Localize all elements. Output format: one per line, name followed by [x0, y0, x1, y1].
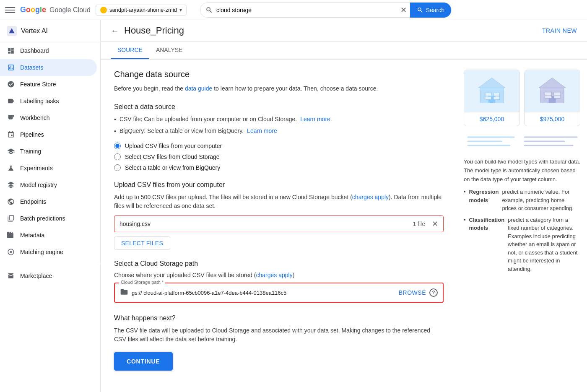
house-price-2: $975,000: [525, 112, 580, 126]
sidebar-item-label: Model registry: [20, 182, 57, 188]
svg-marker-0: [9, 28, 14, 33]
project-selector[interactable]: sandpit-aryaan-shome-zmid ▾: [96, 5, 187, 16]
search-btn-icon: [417, 7, 423, 13]
sidebar-item-datasets[interactable]: Datasets: [0, 59, 97, 76]
svg-rect-18: [545, 96, 551, 98]
sidebar-item-endpoints[interactable]: Endpoints: [0, 193, 97, 210]
house-svg-1: [475, 75, 509, 107]
svg-point-1: [10, 251, 12, 253]
sidebar-item-model-registry[interactable]: Model registry: [0, 177, 97, 193]
menu-icon[interactable]: [5, 5, 15, 15]
radio-select-bigquery[interactable]: Select a table or view from BigQuery: [114, 164, 444, 171]
sidebar-item-pipelines[interactable]: Pipelines: [0, 126, 97, 143]
content-area: Change data source Before you begin, rea…: [101, 60, 587, 392]
data-lines-decoration: [464, 133, 580, 151]
page-title: House_Pricing: [124, 25, 537, 36]
sidebar-item-label: Workbench: [20, 114, 50, 121]
sidebar-item-labelling-tasks[interactable]: Labelling tasks: [0, 93, 97, 109]
data-lines-svg: [464, 133, 581, 150]
svg-rect-10: [493, 93, 499, 96]
sidebar-item-label: Batch predictions: [20, 215, 65, 222]
sidebar-item-label: Matching engine: [20, 249, 63, 255]
svg-marker-2: [478, 78, 505, 88]
house-card-1: $625,000: [464, 70, 520, 126]
subsection-title-cloud-path: Select a Cloud Storage path: [114, 260, 444, 267]
charges-apply-link-upload[interactable]: charges apply: [352, 194, 389, 200]
help-icon[interactable]: ?: [429, 288, 438, 297]
house-illustration-2: [525, 70, 580, 112]
feature-store-icon: [7, 80, 15, 88]
sidebar-item-metadata[interactable]: Metadata: [0, 227, 97, 244]
what-next-desc: The CSV file data will be uploaded to Cl…: [114, 326, 444, 344]
search-button[interactable]: Search: [410, 3, 451, 18]
house-cards: $625,000: [464, 70, 580, 126]
project-name: sandpit-aryaan-shome-zmid: [109, 7, 177, 13]
sidebar-title: Vertex AI: [21, 27, 48, 35]
sidebar: Vertex AI Dashboard Datasets Feature Sto…: [0, 20, 101, 392]
info-bullet-classification: Classification models predict a category…: [464, 216, 580, 273]
labelling-tasks-icon: [7, 97, 15, 105]
bullet-csv: CSV file: Can be uploaded from your comp…: [114, 115, 444, 124]
sidebar-item-marketplace[interactable]: Marketplace: [0, 267, 97, 284]
browse-button[interactable]: BROWSE: [399, 289, 426, 296]
house-illustration-1: [464, 70, 519, 112]
radio-bigquery-label: Select a table or view from BigQuery: [125, 164, 220, 171]
metadata-icon: [7, 231, 15, 239]
svg-rect-11: [493, 96, 499, 99]
search-input[interactable]: [216, 7, 397, 13]
tab-source[interactable]: SOURCE: [111, 42, 149, 59]
radio-select-cloud-storage[interactable]: Select CSV files from Cloud Storage: [114, 153, 444, 160]
file-name: housing.csv: [119, 221, 409, 227]
section-title-change-source: Change data source: [114, 70, 444, 79]
back-button[interactable]: ←: [111, 26, 119, 36]
data-guide-link[interactable]: data guide: [185, 85, 212, 92]
radio-cloud-storage-input[interactable]: [114, 153, 121, 160]
info-bullet-regression: Regression models predict a numeric valu…: [464, 188, 580, 213]
sidebar-item-batch-predictions[interactable]: Batch predictions: [0, 210, 97, 227]
content-right: $625,000: [457, 60, 587, 392]
section-desc-change-source: Before you begin, read the data guide to…: [114, 84, 444, 93]
info-text: You can build two model types with tabul…: [464, 158, 580, 184]
house-card-2: $975,000: [524, 70, 580, 126]
continue-button[interactable]: CONTINUE: [114, 352, 173, 371]
cloud-storage-section: Select a Cloud Storage path Choose where…: [114, 260, 444, 303]
sidebar-item-training[interactable]: Training: [0, 143, 97, 160]
bigquery-learn-more-link[interactable]: Learn more: [247, 127, 277, 135]
project-chevron-icon: ▾: [179, 7, 182, 13]
svg-rect-17: [545, 92, 551, 95]
tab-analyse[interactable]: ANALYSE: [149, 42, 190, 59]
file-clear-icon[interactable]: ✕: [432, 219, 438, 228]
sidebar-item-feature-store[interactable]: Feature Store: [0, 76, 97, 93]
sidebar-item-experiments[interactable]: Experiments: [0, 160, 97, 177]
batch-predictions-icon: [7, 214, 15, 223]
cloud-path-value: gs:// cloud-ai-platform-65cb0096-a1e7-4d…: [132, 290, 395, 296]
search-icon: [205, 6, 213, 14]
csv-learn-more-link[interactable]: Learn more: [300, 115, 330, 124]
sidebar-item-label: Feature Store: [20, 81, 56, 88]
matching-engine-icon: [7, 248, 15, 256]
radio-bigquery-input[interactable]: [114, 164, 121, 171]
training-icon: [7, 147, 15, 156]
select-files-button[interactable]: SELECT FILES: [114, 236, 170, 250]
radio-cloud-storage-label: Select CSV files from Cloud Storage: [125, 153, 220, 160]
sidebar-item-label: Pipelines: [20, 131, 44, 138]
cloud-path-label: Cloud Storage path *: [119, 280, 165, 285]
sidebar-item-dashboard[interactable]: Dashboard: [0, 42, 97, 59]
cloud-text: Google Cloud: [49, 6, 91, 14]
sidebar-item-workbench[interactable]: Workbench: [0, 109, 97, 126]
search-clear-icon[interactable]: ✕: [400, 5, 407, 15]
search-bar: ✕ Search: [200, 3, 452, 18]
endpoints-icon: [7, 197, 15, 206]
radio-upload-csv-input[interactable]: [114, 143, 121, 149]
radio-upload-csv[interactable]: Upload CSV files from your computer: [114, 143, 444, 149]
workbench-icon: [7, 114, 15, 122]
main-content: ← House_Pricing TRAIN NEW SOURCE ANALYSE…: [101, 20, 587, 392]
sidebar-item-matching-engine[interactable]: Matching engine: [0, 244, 97, 260]
charges-apply-link-storage[interactable]: charges apply: [256, 272, 293, 278]
file-count: 1 file: [413, 221, 425, 227]
upload-desc: Add up to 500 CSV files per upload. The …: [114, 193, 444, 210]
bullet-bigquery: BigQuery: Select a table or view from Bi…: [114, 127, 444, 136]
google-cloud-logo: Google Google Cloud: [20, 5, 91, 14]
file-input-row: housing.csv 1 file ✕: [114, 215, 444, 232]
train-new-button[interactable]: TRAIN NEW: [542, 27, 577, 34]
